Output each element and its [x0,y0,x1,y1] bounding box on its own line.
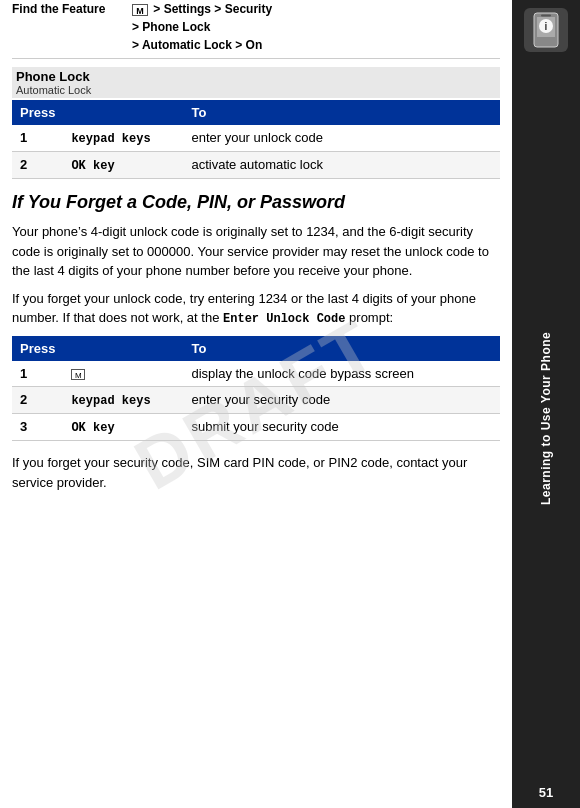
table2-row0-num: 1 [12,361,63,387]
phone-info-icon: i [528,11,564,49]
table2-row2-num: 3 [12,414,63,441]
table1-row1-press: OK key [63,152,183,179]
table2-col3-header: To [183,336,500,361]
table2-row0-press: M [63,361,183,387]
table2: Press To 1 M display the unlock code byp… [12,336,500,441]
right-sidebar: i Learning to Use Your Phone 51 [512,0,580,808]
breadcrumb: Find the Feature M > Settings > Security… [12,0,500,59]
body-para1: Your phone’s 4-digit unlock code is orig… [12,222,500,281]
table2-row0-to: display the unlock code bypass screen [183,361,500,387]
sidebar-vertical-text: Learning to Use Your Phone [539,60,553,777]
sub-title: Automatic Lock [16,84,496,96]
main-title: Phone Lock [16,69,496,84]
table-row: 1 M display the unlock code bypass scree… [12,361,500,387]
body-para3: If you forget your security code, SIM ca… [12,453,500,492]
table-row: 3 OK key submit your security code [12,414,500,441]
table2-row1-num: 2 [12,387,63,414]
table2-row1-press: keypad keys [63,387,183,414]
body-para2: If you forget your unlock code, try ente… [12,289,500,329]
menu-icon: M [132,4,148,16]
table1-col3-header: To [183,100,500,125]
menu-icon-cell: M [71,369,85,380]
table2-row1-to: enter your security code [183,387,500,414]
breadcrumb-nav: M > Settings > Security > Phone Lock > A… [132,0,272,54]
table2-row2-to: submit your security code [183,414,500,441]
enter-unlock-code: Enter Unlock Code [223,312,345,326]
table-row: 1 keypad keys enter your unlock code [12,125,500,152]
table1-row0-num: 1 [12,125,63,152]
breadcrumb-line2: > Phone Lock [132,20,210,34]
table1-row0-to: enter your unlock code [183,125,500,152]
svg-rect-2 [541,15,551,17]
page-number: 51 [539,785,553,800]
table1-row1-num: 2 [12,152,63,179]
table1-row0-press: keypad keys [63,125,183,152]
big-section-title: If You Forget a Code, PIN, or Password [12,191,500,214]
sidebar-info-icon-container: i [524,8,568,52]
svg-text:i: i [545,21,548,32]
table2-col1-header: Press [12,336,63,361]
table-row: 2 OK key activate automatic lock [12,152,500,179]
find-feature-label: Find the Feature [12,0,132,16]
table1-col1-header: Press [12,100,63,125]
section-heading: Phone Lock Automatic Lock [12,67,500,98]
breadcrumb-line1: > Settings > Security [153,2,272,16]
breadcrumb-line3: > Automatic Lock > On [132,38,262,52]
table1: Press To 1 keypad keys enter your unlock… [12,100,500,179]
table2-col2-header [63,336,183,361]
table2-row2-press: OK key [63,414,183,441]
table1-row1-to: activate automatic lock [183,152,500,179]
main-content: DRAFT Find the Feature M > Settings > Se… [0,0,512,808]
table-row: 2 keypad keys enter your security code [12,387,500,414]
body-para2-after: prompt: [349,310,393,325]
table1-col2-header [63,100,183,125]
